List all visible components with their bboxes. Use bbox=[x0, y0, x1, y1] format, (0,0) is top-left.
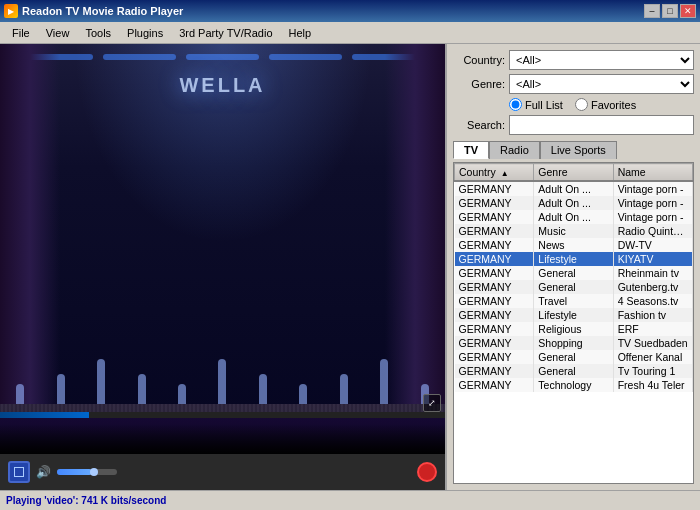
table-row[interactable]: GERMANYGeneralRheinmain tv bbox=[455, 266, 693, 280]
favorites-radio[interactable] bbox=[575, 98, 588, 111]
tabs-bar: TV Radio Live Sports bbox=[453, 141, 694, 159]
cell-genre: Lifestyle bbox=[534, 308, 613, 322]
country-label: Country: bbox=[453, 54, 505, 66]
menu-3rdparty[interactable]: 3rd Party TV/Radio bbox=[171, 25, 280, 41]
table-row[interactable]: GERMANYShoppingTV Suedbaden bbox=[455, 336, 693, 350]
menu-file[interactable]: File bbox=[4, 25, 38, 41]
table-row[interactable]: GERMANYLifestyleFashion tv bbox=[455, 308, 693, 322]
volume-thumb bbox=[90, 468, 98, 476]
cell-genre: General bbox=[534, 364, 613, 378]
menu-plugins[interactable]: Plugins bbox=[119, 25, 171, 41]
scroll-left-button[interactable]: ◀ bbox=[454, 484, 468, 485]
table-scroll[interactable]: Country ▲ Genre Name GERMANYAdul bbox=[454, 163, 693, 483]
app-icon: ▶ bbox=[4, 4, 18, 18]
cell-genre: General bbox=[534, 350, 613, 364]
stage-brand-text: WELLA bbox=[179, 74, 265, 97]
cell-name: Tv Touring 1 bbox=[613, 364, 692, 378]
horizontal-scrollbar[interactable]: ◀ ▶ bbox=[454, 483, 693, 484]
cell-country: GERMANY bbox=[455, 294, 534, 308]
stop-button[interactable] bbox=[8, 461, 30, 483]
cell-name: Vintage porn - bbox=[613, 210, 692, 224]
video-panel: WELLA bbox=[0, 44, 445, 490]
col-country[interactable]: Country ▲ bbox=[455, 164, 534, 182]
cell-genre: Travel bbox=[534, 294, 613, 308]
table-row[interactable]: GERMANYGeneralTv Touring 1 bbox=[455, 364, 693, 378]
cell-country: GERMANY bbox=[455, 238, 534, 252]
main-content: WELLA bbox=[0, 44, 700, 490]
cell-country: GERMANY bbox=[455, 252, 534, 266]
cell-name: Radio Quintess bbox=[613, 224, 692, 238]
cell-country: GERMANY bbox=[455, 181, 534, 196]
table-row[interactable]: GERMANYGeneralOffener Kanal bbox=[455, 350, 693, 364]
tab-live-sports[interactable]: Live Sports bbox=[540, 141, 617, 159]
country-select[interactable]: <All> bbox=[509, 50, 694, 70]
title-bar: ▶ Readon TV Movie Radio Player – □ ✕ bbox=[0, 0, 700, 22]
cell-genre: Adult On ... bbox=[534, 181, 613, 196]
cell-name: Fresh 4u Teler bbox=[613, 378, 692, 392]
search-input[interactable] bbox=[509, 115, 694, 135]
favorites-label: Favorites bbox=[591, 99, 636, 111]
cell-name: Vintage porn - bbox=[613, 181, 692, 196]
list-type-row: Full List Favorites bbox=[453, 98, 694, 111]
table-row[interactable]: GERMANYGeneralGutenberg.tv bbox=[455, 280, 693, 294]
cell-genre: Music bbox=[534, 224, 613, 238]
col-name[interactable]: Name bbox=[613, 164, 692, 182]
cell-name: Offener Kanal bbox=[613, 350, 692, 364]
cell-country: GERMANY bbox=[455, 336, 534, 350]
video-controls: 🔊 bbox=[0, 454, 445, 490]
full-list-option[interactable]: Full List bbox=[509, 98, 563, 111]
progress-wavy bbox=[0, 404, 445, 412]
cell-genre: Adult On ... bbox=[534, 196, 613, 210]
minimize-button[interactable]: – bbox=[644, 4, 660, 18]
menu-bar: File View Tools Plugins 3rd Party TV/Rad… bbox=[0, 22, 700, 44]
table-row[interactable]: GERMANYAdult On ...Vintage porn - bbox=[455, 181, 693, 196]
table-row[interactable]: GERMANYTravel4 Seasons.tv bbox=[455, 294, 693, 308]
favorites-option[interactable]: Favorites bbox=[575, 98, 636, 111]
table-row[interactable]: GERMANYMusicRadio Quintess bbox=[455, 224, 693, 238]
record-button[interactable] bbox=[417, 462, 437, 482]
cell-country: GERMANY bbox=[455, 350, 534, 364]
table-row[interactable]: GERMANYAdult On ...Vintage porn - bbox=[455, 210, 693, 224]
table-row[interactable]: GERMANYReligiousERF bbox=[455, 322, 693, 336]
menu-tools[interactable]: Tools bbox=[77, 25, 119, 41]
cell-name: Vintage porn - bbox=[613, 196, 692, 210]
col-genre[interactable]: Genre bbox=[534, 164, 613, 182]
tab-tv[interactable]: TV bbox=[453, 141, 489, 159]
table-row[interactable]: GERMANYAdult On ...Vintage porn - bbox=[455, 196, 693, 210]
cell-country: GERMANY bbox=[455, 308, 534, 322]
window-controls: – □ ✕ bbox=[644, 4, 696, 18]
volume-slider[interactable] bbox=[57, 469, 117, 475]
status-text: Playing 'video': 741 K bits/second bbox=[6, 495, 166, 506]
menu-view[interactable]: View bbox=[38, 25, 78, 41]
table-row[interactable]: GERMANYLifestyleKIYATV bbox=[455, 252, 693, 266]
sort-arrow-country: ▲ bbox=[501, 169, 509, 178]
audience bbox=[0, 424, 445, 454]
cell-genre: General bbox=[534, 280, 613, 294]
window-title: Readon TV Movie Radio Player bbox=[22, 5, 183, 17]
genre-select[interactable]: <All> bbox=[509, 74, 694, 94]
cell-name: KIYATV bbox=[613, 252, 692, 266]
progress-bar-container[interactable] bbox=[0, 412, 445, 418]
stop-icon bbox=[14, 467, 24, 477]
fullscreen-button[interactable]: ⤢ bbox=[423, 394, 441, 412]
cell-name: ERF bbox=[613, 322, 692, 336]
cell-genre: Lifestyle bbox=[534, 252, 613, 266]
table-row[interactable]: GERMANYNewsDW-TV bbox=[455, 238, 693, 252]
table-header-row: Country ▲ Genre Name bbox=[455, 164, 693, 182]
tab-radio[interactable]: Radio bbox=[489, 141, 540, 159]
cell-genre: General bbox=[534, 266, 613, 280]
status-bar: Playing 'video': 741 K bits/second bbox=[0, 490, 700, 510]
table-row[interactable]: GERMANYTechnologyFresh 4u Teler bbox=[455, 378, 693, 392]
full-list-radio[interactable] bbox=[509, 98, 522, 111]
maximize-button[interactable]: □ bbox=[662, 4, 678, 18]
full-list-label: Full List bbox=[525, 99, 563, 111]
close-button[interactable]: ✕ bbox=[680, 4, 696, 18]
cell-country: GERMANY bbox=[455, 364, 534, 378]
scroll-right-button[interactable]: ▶ bbox=[679, 484, 693, 485]
cell-country: GERMANY bbox=[455, 224, 534, 238]
cell-country: GERMANY bbox=[455, 210, 534, 224]
cell-genre: Religious bbox=[534, 322, 613, 336]
volume-fill bbox=[57, 469, 92, 475]
menu-help[interactable]: Help bbox=[281, 25, 320, 41]
table-body: GERMANYAdult On ...Vintage porn -GERMANY… bbox=[455, 181, 693, 392]
